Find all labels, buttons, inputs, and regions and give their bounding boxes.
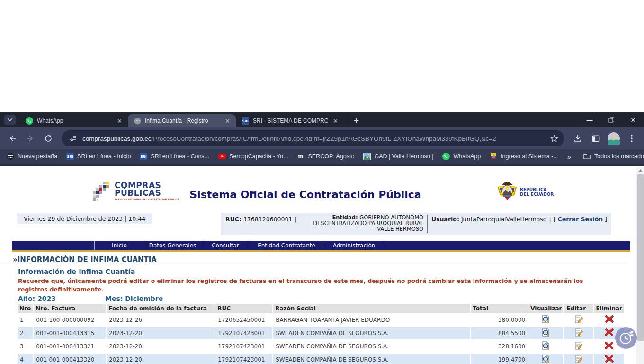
window-controls: — ✕ [579,112,644,127]
cell-fecha: 2023-12-20 [107,354,215,364]
reload-icon [44,134,53,143]
restore-button[interactable] [600,112,622,127]
table-row: 2 001-001-000413315 2023-12-20 179210742… [18,327,624,339]
downloads-button[interactable] [570,131,585,146]
view-button[interactable] [542,318,550,325]
tab-strip: WhatsApp ✕ Infima Cuantía - Registro ✕ S… [0,112,644,127]
cell-editar [564,314,593,326]
cell-fecha: 2023-12-20 [107,340,215,353]
whatsapp-icon [26,117,33,125]
scrollbar-thumb[interactable] [637,174,644,341]
ecuador-shield-icon [490,153,497,160]
cell-fecha: 2023-12-20 [107,327,215,339]
new-tab-button[interactable]: + [350,116,363,126]
delete-button[interactable] [605,345,614,351]
site-header: COMPRAS PÚBLICAS SERVICIO NACIONAL DE CO… [0,167,636,212]
all-bookmarks-button[interactable]: Todos los marcadores [583,153,644,160]
back-button[interactable] [5,131,20,146]
bookmark-nueva-pestana[interactable]: Nueva pestaña [7,153,57,160]
edit-button[interactable] [574,358,583,364]
header-total: Total [471,304,528,313]
divider-rule [0,265,630,265]
tab-close-icon[interactable]: ✕ [332,117,339,125]
delete-x-icon [605,355,614,363]
bookmark-whatsapp[interactable]: WhatsApp [442,153,481,160]
bookmark-gad-valle-hermoso[interactable]: GAD | Valle Hermoso | [363,153,433,160]
bookmarks-overflow-button[interactable]: » [567,153,571,161]
download-icon [573,134,582,143]
bookmark-sercop-agosto[interactable]: m SERCOP: Agosto [297,153,354,160]
page-scrollbar[interactable] [636,167,644,364]
tab-close-icon[interactable]: ✕ [116,117,123,125]
view-button[interactable] [542,345,550,352]
menu-item-consultar[interactable]: Consultar [201,241,250,250]
cell-visualizar [528,354,564,364]
bookmark-star-button[interactable] [548,133,560,144]
cell-ruc: 1792107423001 [215,354,272,364]
tab-search-button[interactable] [4,115,16,125]
republic-line2: DEL ECUADOR [520,192,554,197]
menu-item-inicio[interactable]: Inicio [95,241,144,250]
scrollbar-up-arrow[interactable] [636,167,644,174]
profile-avatar[interactable] [606,131,621,146]
cell-factura: 001-001-000413315 [34,327,106,339]
chevron-down-icon [7,118,13,122]
cell-razon-social: SWEADEN COMPAÑIA DE SEGUROS S.A. [273,327,470,339]
cell-nro: 1 [18,314,33,326]
menu-item-entidad-contratante[interactable]: Entidad Contratante [250,241,323,250]
svg-text:m: m [298,154,304,160]
view-document-icon [542,341,550,350]
menu-item-administracion[interactable]: Administración [323,241,385,250]
view-document-icon [542,355,550,364]
delete-x-icon [605,328,614,337]
svg-text:SRI: SRI [67,155,73,159]
page-content: COMPRAS PÚBLICAS SERVICIO NACIONAL DE CO… [0,167,636,364]
table-header-row: Nro Nro. Factura Fecha de emisión de la … [18,304,624,313]
edit-button[interactable] [574,332,583,338]
winged-clock-icon [617,328,635,347]
close-window-button[interactable]: ✕ [622,112,644,127]
delete-button[interactable] [605,358,614,364]
bookmark-ingreso-sistema[interactable]: Ingreso al Sistema -... [490,153,558,160]
edit-button[interactable] [574,318,583,325]
tab-close-icon[interactable]: ✕ [224,117,231,125]
address-bar[interactable]: compraspublicas.gob.ec/ProcesoContrataci… [62,130,564,146]
view-button[interactable] [542,358,550,364]
cell-visualizar [528,327,564,339]
compras-publicas-favicon [134,117,141,125]
bookmark-sri-inicio[interactable]: SRI SRI en Línea - Inicio [66,153,131,160]
tab-title: WhatsApp [37,118,112,124]
bookmark-sercopcapacita[interactable]: SercopCapacita - Yo... [218,153,288,160]
cell-visualizar [528,340,564,353]
bookmark-sri-consultas[interactable]: SRI SRI en Línea - Cons... [140,153,209,160]
edit-document-icon [574,328,583,337]
forward-button[interactable] [23,131,38,146]
extension-overlay-button[interactable] [615,327,637,349]
tab-infima-cuantia-active[interactable]: Infima Cuantía - Registro ✕ [128,114,236,127]
site-info-icon[interactable] [67,133,79,144]
cell-razon-social: SWEADEN COMPAÑIA DE SEGUROS S.A. [273,354,470,364]
view-button[interactable] [542,332,550,338]
republic-line1: REPÚBLICA [520,187,554,192]
tab-sri[interactable]: SRI SRI - SISTEMA DE COMPROBAN ✕ [236,114,344,127]
logout-link[interactable]: Cerrar Sesión [558,216,603,223]
delete-button[interactable] [605,318,614,325]
side-panel-button[interactable] [588,131,603,146]
cell-editar [564,340,593,353]
tab-whatsapp[interactable]: WhatsApp ✕ [20,114,128,127]
delete-button[interactable] [605,331,614,338]
reload-button[interactable] [41,131,56,146]
menu-item-datos-generales[interactable]: Datos Generales [144,241,201,250]
main-menu: Inicio Datos Generales Consultar Entidad… [12,241,630,250]
header-ruc: RUC [215,304,272,313]
cell-total: 328.1600 [471,340,528,353]
svg-text:SRI: SRI [242,119,248,123]
ecuador-coat-of-arms-icon [497,181,517,203]
cell-total: 884.5500 [471,327,528,339]
header-razon-social: Razón Social [273,304,470,313]
edit-button[interactable] [574,345,583,352]
header-eliminar: Eliminar [594,304,624,313]
globe-icon [7,153,14,160]
minimize-button[interactable]: — [579,112,600,127]
browser-menu-button[interactable] [624,131,639,146]
